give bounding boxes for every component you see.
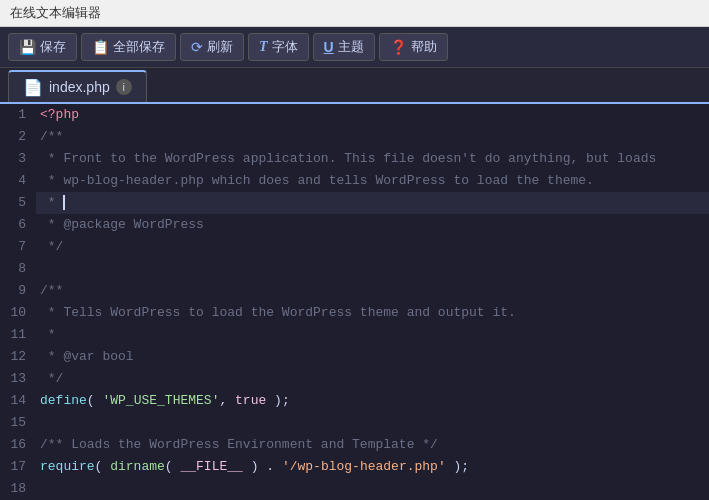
tab-bar: 📄 index.php i — [0, 68, 709, 104]
tab-filename: index.php — [49, 79, 110, 95]
line-number: 5 — [0, 192, 36, 214]
line-content: * — [36, 324, 709, 346]
refresh-button[interactable]: ⟳ 刷新 — [180, 33, 244, 61]
tab-file-icon: 📄 — [23, 78, 43, 97]
refresh-label: 刷新 — [207, 38, 233, 56]
table-row: 8 — [0, 258, 709, 280]
table-row: 10 * Tells WordPress to load the WordPre… — [0, 302, 709, 324]
line-content: * @package WordPress — [36, 214, 709, 236]
line-number: 7 — [0, 236, 36, 258]
line-content — [36, 412, 709, 434]
line-content: * Front to the WordPress application. Th… — [36, 148, 709, 170]
line-number: 15 — [0, 412, 36, 434]
line-number: 3 — [0, 148, 36, 170]
font-button[interactable]: T 字体 — [248, 33, 309, 61]
font-icon: T — [259, 39, 268, 55]
line-content: /** — [36, 126, 709, 148]
table-row: 12 * @var bool — [0, 346, 709, 368]
line-number: 12 — [0, 346, 36, 368]
line-number: 6 — [0, 214, 36, 236]
help-button[interactable]: ❓ 帮助 — [379, 33, 448, 61]
line-content: */ — [36, 368, 709, 390]
line-content: * wp-blog-header.php which does and tell… — [36, 170, 709, 192]
help-icon: ❓ — [390, 39, 407, 55]
save-icon: 💾 — [19, 39, 36, 55]
table-row: 15 — [0, 412, 709, 434]
theme-icon: U — [324, 39, 334, 55]
save-all-label: 全部保存 — [113, 38, 165, 56]
table-row: 18 — [0, 478, 709, 496]
line-content: */ — [36, 236, 709, 258]
save-all-icon: 📋 — [92, 39, 109, 55]
theme-button[interactable]: U 主题 — [313, 33, 375, 61]
line-content — [36, 478, 709, 496]
line-content — [36, 258, 709, 280]
save-button[interactable]: 💾 保存 — [8, 33, 77, 61]
line-content: * — [36, 192, 709, 214]
line-number: 16 — [0, 434, 36, 456]
line-number: 11 — [0, 324, 36, 346]
tab-index-php[interactable]: 📄 index.php i — [8, 70, 147, 102]
title-text: 在线文本编辑器 — [10, 5, 101, 20]
line-number: 18 — [0, 478, 36, 496]
line-content: * @var bool — [36, 346, 709, 368]
table-row: 6 * @package WordPress — [0, 214, 709, 236]
line-number: 9 — [0, 280, 36, 302]
line-number: 4 — [0, 170, 36, 192]
line-number: 2 — [0, 126, 36, 148]
line-content: define( 'WP_USE_THEMES', true ); — [36, 390, 709, 412]
tab-info-icon[interactable]: i — [116, 79, 132, 95]
table-row: 2 /** — [0, 126, 709, 148]
title-bar: 在线文本编辑器 — [0, 0, 709, 27]
table-row: 14 define( 'WP_USE_THEMES', true ); — [0, 390, 709, 412]
refresh-icon: ⟳ — [191, 39, 203, 55]
save-label: 保存 — [40, 38, 66, 56]
line-content: <?php — [36, 104, 709, 126]
help-label: 帮助 — [411, 38, 437, 56]
line-number: 1 — [0, 104, 36, 126]
table-row: 16 /** Loads the WordPress Environment a… — [0, 434, 709, 456]
line-content: * Tells WordPress to load the WordPress … — [36, 302, 709, 324]
table-row: 11 * — [0, 324, 709, 346]
line-number: 13 — [0, 368, 36, 390]
table-row: 5 * — [0, 192, 709, 214]
save-all-button[interactable]: 📋 全部保存 — [81, 33, 176, 61]
table-row: 7 */ — [0, 236, 709, 258]
table-row: 3 * Front to the WordPress application. … — [0, 148, 709, 170]
line-number: 17 — [0, 456, 36, 478]
table-row: 13 */ — [0, 368, 709, 390]
line-number: 8 — [0, 258, 36, 280]
line-content: /** — [36, 280, 709, 302]
line-number: 14 — [0, 390, 36, 412]
theme-label: 主题 — [338, 38, 364, 56]
line-number: 10 — [0, 302, 36, 324]
line-content: /** Loads the WordPress Environment and … — [36, 434, 709, 456]
font-label: 字体 — [272, 38, 298, 56]
editor: 1 <?php 2 /** 3 * Front to the WordPress… — [0, 104, 709, 496]
table-row: 4 * wp-blog-header.php which does and te… — [0, 170, 709, 192]
table-row: 17 require( dirname( __FILE__ ) . '/wp-b… — [0, 456, 709, 478]
table-row: 9 /** — [0, 280, 709, 302]
toolbar: 💾 保存 📋 全部保存 ⟳ 刷新 T 字体 U 主题 ❓ 帮助 — [0, 27, 709, 68]
table-row: 1 <?php — [0, 104, 709, 126]
line-content: require( dirname( __FILE__ ) . '/wp-blog… — [36, 456, 709, 478]
